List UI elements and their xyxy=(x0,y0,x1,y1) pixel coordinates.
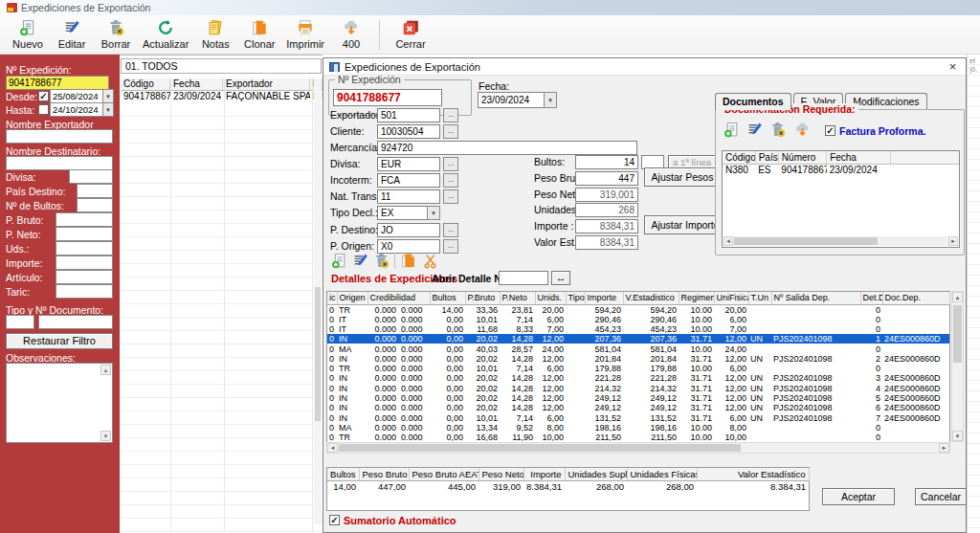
lookup-ellipsis-button[interactable]: ... xyxy=(443,124,458,139)
results-row[interactable]: 9041788677 23/09/2024 FAÇONNABLE SPAIN S… xyxy=(121,91,323,103)
docs-col-header[interactable] xyxy=(890,151,959,164)
lookup-ellipsis-button[interactable]: ... xyxy=(443,189,458,204)
grid-col-header[interactable]: Tipo xyxy=(566,292,585,304)
detail-row[interactable]: 0IN0.000 0.0000,0020,0214,2812,00249,122… xyxy=(327,403,949,412)
scroll-left-icon[interactable]: ◄ xyxy=(724,236,733,246)
num-documento-input[interactable] xyxy=(38,315,113,329)
mercancía-input[interactable]: 924720 xyxy=(377,141,637,155)
detail-row[interactable]: 0IN0.000 0.0000,0020,0214,2812,00249,122… xyxy=(327,393,949,403)
importe-filter-input[interactable] xyxy=(56,255,113,270)
hasta-checkbox[interactable] xyxy=(38,104,49,115)
docs-col-header[interactable]: País xyxy=(755,151,778,164)
detail-row[interactable]: 0IN0.000 0.0000,0020,0214,2812,00221,282… xyxy=(327,373,949,383)
restaurar-filtro-button[interactable]: Restaurar Filtro xyxy=(6,333,113,349)
uds-input[interactable] xyxy=(56,241,113,255)
toolbar-editar-button[interactable]: Editar xyxy=(50,16,94,53)
aceptar-button[interactable]: Aceptar xyxy=(822,488,895,505)
col-header-codigo[interactable]: Código xyxy=(121,78,170,91)
sumatorio-checkbox[interactable]: ✓ xyxy=(329,515,340,525)
docs-col-header[interactable]: Número xyxy=(778,151,826,164)
scroll-up-icon[interactable]: ▲ xyxy=(952,292,963,302)
nat-trans-input[interactable]: 11 xyxy=(377,189,440,204)
pais-destino-input[interactable] xyxy=(77,184,113,198)
grid-vscrollbar[interactable]: ▲ ▼ xyxy=(951,291,964,442)
p-origen-input[interactable]: X0 xyxy=(377,239,440,254)
col-header-exportador[interactable]: Exportador xyxy=(223,78,310,91)
detail-row[interactable]: 0TR0.000 0.0000,0016,6811,9010,00211,502… xyxy=(327,433,949,442)
docs-row[interactable]: N380ES904178867723/09/2024 xyxy=(723,164,960,175)
fecha-combo[interactable]: 23/09/2024 xyxy=(478,92,545,108)
lookup-ellipsis-button[interactable]: ... xyxy=(443,223,458,237)
docs-col-header[interactable]: Código xyxy=(723,151,755,164)
exportador-input[interactable]: 501 xyxy=(377,108,440,122)
desde-checkbox[interactable]: ✓ xyxy=(38,91,49,101)
scroll-up-icon[interactable]: ▲ xyxy=(100,365,111,375)
observaciones-textarea[interactable]: ▲ ▼ xyxy=(6,363,113,443)
nombre-destinatario-input[interactable] xyxy=(6,156,113,170)
fecha-dropdown-arrow-icon[interactable]: ▼ xyxy=(544,92,557,108)
detail-row[interactable]: 0IN0.000 0.0000,0020,0214,2812,00201,842… xyxy=(327,354,949,364)
factura-proforma-checkbox[interactable]: ✓ xyxy=(825,125,835,136)
hasta-dropdown-arrow-icon[interactable]: ▼ xyxy=(102,102,114,117)
scroll-right-icon[interactable]: ► xyxy=(939,443,949,453)
delete-detail-icon[interactable] xyxy=(373,253,390,269)
grid-col-header[interactable]: P.Neto xyxy=(500,292,535,304)
lookup-ellipsis-button[interactable]: ... xyxy=(443,157,458,171)
new-document-icon[interactable] xyxy=(724,122,740,138)
delete-document-icon[interactable] xyxy=(769,122,786,138)
dropdown-arrow-icon[interactable]: ▼ xyxy=(427,206,440,220)
detail-row[interactable]: 0IN0.000 0.0000,0020,0214,2812,00214,322… xyxy=(327,384,949,393)
grid-col-header[interactable]: Bultos xyxy=(430,292,465,304)
p-bruto-input[interactable] xyxy=(56,212,113,227)
hasta-date-input[interactable]: 24/10/2024 xyxy=(50,102,103,117)
desde-date-input[interactable]: 25/08/2024 xyxy=(50,89,103,103)
toolbar-notas-button[interactable]: Notas xyxy=(193,16,237,53)
scroll-down-icon[interactable]: ▼ xyxy=(952,431,963,441)
detail-row[interactable]: 0IN0.000 0.0000,0010,017,146,00131,52131… xyxy=(327,412,949,422)
close-icon[interactable]: × xyxy=(945,59,961,74)
docs-hscrollbar[interactable]: ◄ ► xyxy=(724,236,958,246)
cancelar-button[interactable]: Cancelar xyxy=(915,488,967,505)
p-neto-input[interactable] xyxy=(56,227,113,241)
detail-row[interactable]: 0IT0.000 0.0000,0010,017,146,00290,46290… xyxy=(327,315,949,324)
docs-col-header[interactable]: Fecha xyxy=(827,151,890,164)
toolbar-imprimir-button[interactable]: Imprimir xyxy=(281,16,329,53)
grid-col-header[interactable]: Credibilidad xyxy=(368,292,430,304)
grid-col-header[interactable]: Origen xyxy=(337,292,368,304)
grid-col-header[interactable]: Importe xyxy=(585,292,623,304)
p-destino-input[interactable]: JO xyxy=(377,223,440,237)
cut-detail-icon[interactable] xyxy=(423,253,439,269)
incoterm-input[interactable]: FCA xyxy=(377,173,440,188)
scroll-right-icon[interactable]: ► xyxy=(948,236,958,246)
detail-row[interactable]: 0TR0.000 0.0000,0010,017,146,00179,88179… xyxy=(327,364,949,373)
expedicion-value-input[interactable]: 9041788677 xyxy=(333,89,442,106)
results-scrollbar[interactable] xyxy=(314,78,322,524)
scroll-down-icon[interactable]: ▼ xyxy=(100,431,111,441)
edit-detail-icon[interactable] xyxy=(352,253,368,269)
lookup-ellipsis-button[interactable]: ... xyxy=(443,239,458,254)
toolbar-actualizar-button[interactable]: Actualizar xyxy=(138,16,193,53)
toolbar-borrar-button[interactable]: Borrar xyxy=(94,16,138,53)
taric-input[interactable] xyxy=(56,284,113,299)
ajustar-pesos-button[interactable]: Ajustar Pesos xyxy=(644,167,721,187)
edit-document-icon[interactable] xyxy=(746,122,763,138)
grid-col-header[interactable]: T.Un xyxy=(748,292,771,304)
tipo-documento-input[interactable] xyxy=(6,315,34,329)
grid-col-header[interactable]: P.Bruto xyxy=(465,292,500,304)
toolbar-clonar-button[interactable]: Clonar xyxy=(237,16,281,53)
lookup-ellipsis-button[interactable]: ... xyxy=(443,108,458,122)
cliente-input[interactable]: 10030504 xyxy=(377,124,440,139)
grid-col-header[interactable]: ic xyxy=(327,292,337,304)
grid-col-header[interactable]: Unids. xyxy=(535,292,566,304)
articulo-input[interactable] xyxy=(56,270,113,284)
download-document-icon[interactable] xyxy=(794,122,811,138)
detail-row[interactable]: 0MA0.000 0.0000,0013,349,528,00198,16198… xyxy=(327,423,949,433)
tab-documentos[interactable]: Documentos xyxy=(715,93,791,110)
divisa-input[interactable]: EUR xyxy=(377,157,440,171)
nombre-exportador-input[interactable] xyxy=(6,129,113,144)
divisa-filter-input[interactable] xyxy=(69,169,113,184)
toolbar-nuevo-button[interactable]: Nuevo xyxy=(6,16,50,53)
toolbar-400-button[interactable]: 400 xyxy=(329,16,373,53)
toolbar-cerrar-button[interactable]: Cerrar xyxy=(389,16,433,53)
num-bultos-input[interactable] xyxy=(77,198,113,212)
